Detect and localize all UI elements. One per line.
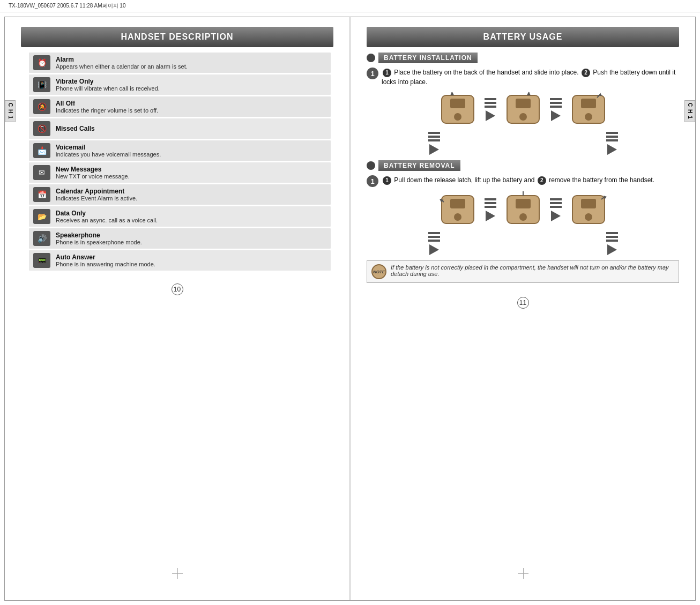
battery-install-header: BATTERY INSTALLATION — [367, 53, 679, 63]
item-alarm-desc: Appears when either a calendar or an ala… — [56, 63, 326, 70]
right-section-header: BATTERY USAGE — [367, 27, 679, 47]
handset-diagram-3 — [569, 91, 608, 128]
svg-rect-1 — [450, 99, 465, 108]
list-item: 📟 Auto Answer Phone is in answering mach… — [29, 250, 331, 271]
missed-calls-icon: 📵 — [33, 121, 50, 136]
alarm-icon: ⏰ — [33, 55, 50, 70]
crosshair-bottom — [172, 568, 183, 579]
left-page-number: 10 — [5, 280, 349, 298]
list-item: 📳 Vibrate Only Phone will vibrate when c… — [29, 74, 331, 95]
battery-install-dot — [367, 54, 375, 62]
removal-down-arrow-2 — [606, 232, 618, 255]
item-newmsg-title: New Messages — [56, 166, 326, 173]
svg-rect-26 — [581, 199, 596, 208]
note-box: NOTE If the battery is not correctly pla… — [367, 260, 679, 283]
svg-marker-14 — [599, 93, 602, 96]
item-alloff-title: All Off — [56, 100, 326, 107]
list-item: 📩 Voicemail indicates you have voicemail… — [29, 140, 331, 161]
removal-handset-2 — [504, 191, 542, 228]
item-speaker-desc: Phone is in speakerphone mode. — [56, 239, 326, 245]
svg-point-7 — [519, 113, 527, 121]
item-vibrate-desc: Phone will vibrate when call is received… — [56, 85, 326, 92]
svg-rect-16 — [450, 199, 465, 208]
page-num-circle-right: 11 — [517, 297, 529, 309]
removal-handset-3 — [569, 191, 608, 228]
removal-step-num: 1 — [367, 175, 378, 187]
vibrate-icon: 📳 — [33, 77, 50, 92]
item-vibrate-title: Vibrate Only — [56, 78, 326, 85]
svg-point-27 — [585, 213, 592, 221]
battery-removal-header: BATTERY REMOVAL — [367, 160, 679, 171]
svg-point-17 — [454, 213, 461, 221]
circle-num-1: 1 — [383, 69, 391, 77]
svg-rect-6 — [516, 99, 531, 108]
left-section-header: HANDSET DESCRIPTION — [21, 27, 333, 47]
removal-arrow-1 — [485, 198, 496, 221]
install-step1: 1 1 Place the battery on the back of the… — [367, 68, 679, 87]
ch-tab-right: C H 1 — [684, 100, 695, 122]
item-voicemail-title: Voicemail — [56, 144, 326, 151]
list-item: 📂 Data Only Receives an async. call as a… — [29, 206, 331, 227]
page-num-circle-left: 10 — [172, 283, 183, 295]
voicemail-icon: 📩 — [33, 143, 50, 158]
list-item: ⏰ Alarm Appears when either a calendar o… — [29, 53, 331, 73]
note-text: If the battery is not correctly placed i… — [391, 264, 674, 277]
page-left: C H 1 HANDSET DESCRIPTION ⏰ Alarm Appear… — [5, 17, 351, 600]
list-item: 📵 Missed Calls — [29, 118, 331, 139]
page-right: C H 1 BATTERY USAGE BATTERY INSTALLATION… — [351, 17, 695, 600]
svg-rect-21 — [516, 199, 531, 208]
crosshair-bottom-right — [518, 568, 528, 579]
item-dataonly-title: Data Only — [56, 210, 326, 217]
top-bar: TX-180VW_050607 2005.6.7 11:28 AM페이지 10 — [0, 0, 700, 12]
handset-diagram-2 — [504, 91, 542, 128]
calendar-icon: 📅 — [33, 187, 50, 202]
item-voicemail-desc: indicates you have voicemail messages. — [56, 151, 326, 158]
item-dataonly-desc: Receives an async. call as a voice call. — [56, 217, 326, 223]
data-only-icon: 📂 — [33, 209, 50, 224]
list-item: ✉ New Messages New TXT or voice message. — [29, 162, 331, 183]
right-page-number: 11 — [351, 294, 695, 312]
list-item: 📅 Calendar Appointment Indicates Event A… — [29, 184, 331, 205]
removal-circle-num-1: 1 — [383, 176, 391, 185]
removal-handset-1 — [438, 191, 477, 228]
install-arrow-2 — [550, 98, 562, 121]
svg-point-12 — [585, 113, 592, 121]
install-arrow-1 — [485, 98, 496, 121]
item-alarm-title: Alarm — [56, 56, 326, 63]
item-speaker-title: Speakerphone — [56, 231, 326, 239]
install-step-num: 1 — [367, 68, 378, 79]
battery-install-title: BATTERY INSTALLATION — [378, 53, 478, 63]
item-autoanswer-title: Auto Answer — [56, 253, 326, 261]
list-item: 🔕 All Off Indicates the ringer volume is… — [29, 96, 331, 117]
auto-answer-icon: 📟 — [33, 253, 50, 268]
removal-step-text: 1 Pull down the release latch, lift up t… — [382, 175, 654, 185]
ch-tab-left: C H 1 — [5, 100, 16, 122]
battery-removal-section: BATTERY REMOVAL 1 1 Pull down the releas… — [367, 160, 679, 283]
list-item: 🔊 Speakerphone Phone is in speakerphone … — [29, 228, 331, 249]
install-diagram — [367, 91, 679, 128]
removal-arrow-2 — [550, 198, 562, 221]
svg-point-2 — [454, 113, 461, 121]
removal-diagram — [367, 191, 679, 228]
removal-down-arrow-1 — [428, 232, 440, 255]
all-off-icon: 🔕 — [33, 99, 50, 114]
handset-diagram-1 — [438, 91, 477, 128]
item-missed-title: Missed Calls — [56, 125, 326, 132]
item-autoanswer-desc: Phone is in answering machine mode. — [56, 261, 326, 267]
install-down-arrow-1 — [428, 132, 440, 155]
svg-point-22 — [519, 213, 527, 221]
removal-step1: 1 1 Pull down the release latch, lift up… — [367, 175, 679, 187]
speakerphone-icon: 🔊 — [33, 231, 50, 246]
circle-num-2: 2 — [582, 69, 590, 77]
new-messages-icon: ✉ — [33, 165, 50, 180]
icon-list: ⏰ Alarm Appears when either a calendar o… — [29, 53, 331, 271]
item-calendar-title: Calendar Appointment — [56, 188, 326, 195]
note-icon: NOTE — [371, 264, 386, 279]
item-calendar-desc: Indicates Event Alarm is active. — [56, 195, 326, 201]
battery-removal-dot — [367, 161, 375, 170]
removal-circle-num-2: 2 — [538, 176, 546, 185]
battery-removal-title: BATTERY REMOVAL — [378, 160, 460, 171]
removal-diagram-row2 — [367, 232, 679, 255]
install-down-arrow-2 — [606, 132, 618, 155]
install-diagram-row2 — [367, 132, 679, 155]
